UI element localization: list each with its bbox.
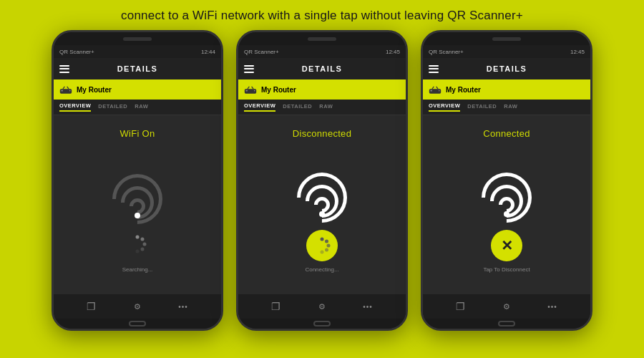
svg-point-5 xyxy=(136,235,140,238)
hamburger-icon-3[interactable] xyxy=(429,65,439,73)
hamburger-icon-1[interactable] xyxy=(59,65,69,73)
svg-line-14 xyxy=(252,87,253,89)
tab-overview-3[interactable]: OVERVIEW xyxy=(429,102,460,112)
svg-line-13 xyxy=(248,87,249,89)
app-name-2: QR Scanner+ xyxy=(244,49,279,55)
phone-speaker-1 xyxy=(123,37,152,41)
svg-line-23 xyxy=(432,87,434,89)
connecting-btn-2[interactable] xyxy=(306,230,338,261)
status-bar-3: QR Scanner+ 12:45 xyxy=(423,45,590,58)
svg-point-18 xyxy=(325,248,328,251)
nav-copy-icon-1[interactable]: ❐ xyxy=(87,301,96,312)
phone-screen-2: QR Scanner+ 12:45 DETAILS My Router xyxy=(238,45,406,319)
content-area-1: WiFi On Search xyxy=(54,115,221,294)
search-spinner-btn-1[interactable] xyxy=(122,228,153,260)
router-row-2: My Router xyxy=(238,79,406,100)
nav-rabbit-icon-3[interactable]: ⚙ xyxy=(503,302,510,311)
svg-point-12 xyxy=(254,90,255,92)
status-label-3: Connected xyxy=(423,128,590,139)
headline: connect to a WiFi network with a single … xyxy=(121,0,523,30)
phone-speaker-2 xyxy=(308,37,336,41)
tap-disconnect-label-3: Tap To Disconnect xyxy=(423,266,590,273)
x-icon-3: ✕ xyxy=(501,238,513,253)
nav-more-icon-3[interactable]: ••• xyxy=(547,303,557,311)
phone-top-bar-1 xyxy=(54,32,221,45)
tab-raw-1[interactable]: RAW xyxy=(135,103,148,111)
router-name-3: My Router xyxy=(446,86,481,94)
router-name-2: My Router xyxy=(261,86,296,94)
svg-point-2 xyxy=(69,90,71,92)
phone-screen-1: QR Scanner+ 12:44 DETAILS My Router xyxy=(54,45,221,319)
connecting-label-2: Connecting... xyxy=(238,266,406,273)
phone-bottom-bar-3 xyxy=(423,319,590,329)
home-button-1[interactable] xyxy=(129,321,146,326)
router-icon-3 xyxy=(429,84,441,95)
wifi-arcs-2 xyxy=(290,170,354,217)
tab-detailed-3[interactable]: DETAILED xyxy=(467,103,497,111)
router-icon-2 xyxy=(244,84,257,95)
phone-connected: QR Scanner+ 12:45 DETAILS My Router xyxy=(421,30,592,331)
svg-point-16 xyxy=(325,239,328,243)
svg-rect-1 xyxy=(61,90,62,92)
phone-bottom-bar-1 xyxy=(54,319,221,329)
tab-overview-1[interactable]: OVERVIEW xyxy=(59,102,91,112)
status-label-1: WiFi On xyxy=(54,128,221,139)
app-name-3: QR Scanner+ xyxy=(429,49,464,55)
wifi-arcs-3 xyxy=(474,170,539,217)
nav-rabbit-icon-2[interactable]: ⚙ xyxy=(318,302,326,311)
phone-disconnected: QR Scanner+ 12:45 DETAILS My Router xyxy=(236,30,408,331)
status-bar-1: QR Scanner+ 12:44 xyxy=(54,45,221,58)
router-name-1: My Router xyxy=(77,86,112,94)
phone-wifi-on: QR Scanner+ 12:44 DETAILS My Router xyxy=(52,30,223,331)
content-area-2: Disconnected Connecting.. xyxy=(238,115,406,294)
time-3: 12:45 xyxy=(570,49,585,55)
home-button-3[interactable] xyxy=(498,321,515,326)
svg-point-8 xyxy=(141,247,145,251)
svg-rect-11 xyxy=(245,90,247,92)
phone-speaker-3 xyxy=(492,37,521,41)
tab-raw-3[interactable]: RAW xyxy=(504,103,517,111)
searching-label-1: Searching... xyxy=(54,266,221,273)
svg-line-3 xyxy=(63,87,64,89)
nav-copy-icon-2[interactable]: ❐ xyxy=(271,301,280,312)
wifi-arcs-1 xyxy=(105,172,170,218)
phones-row: QR Scanner+ 12:44 DETAILS My Router xyxy=(52,30,592,331)
status-label-2: Disconnected xyxy=(238,128,406,139)
header-title-3: DETAILS xyxy=(487,64,527,73)
nav-rabbit-icon-1[interactable]: ⚙ xyxy=(134,302,141,311)
nav-more-icon-2[interactable]: ••• xyxy=(363,303,373,311)
app-header-1: DETAILS xyxy=(54,58,221,79)
status-bar-2: QR Scanner+ 12:45 xyxy=(238,45,406,58)
phone-bottom-bar-2 xyxy=(238,319,406,329)
app-header-2: DETAILS xyxy=(238,58,406,79)
spinner-svg-1 xyxy=(127,233,148,255)
tabs-row-3: OVERVIEW DETAILED RAW xyxy=(423,100,590,115)
tab-overview-2[interactable]: OVERVIEW xyxy=(244,102,275,112)
svg-line-4 xyxy=(67,87,69,89)
router-icon-1 xyxy=(59,84,72,95)
svg-rect-21 xyxy=(430,90,431,92)
content-area-3: Connected ✕ Tap To Disconnect xyxy=(423,115,590,294)
tab-detailed-2[interactable]: DETAILED xyxy=(283,103,312,111)
phone-top-bar-3 xyxy=(423,32,590,45)
bottom-nav-2: ❐ ⚙ ••• xyxy=(238,294,406,319)
tab-raw-2[interactable]: RAW xyxy=(319,103,333,111)
disconnect-btn-3[interactable]: ✕ xyxy=(491,230,522,261)
hamburger-icon-2[interactable] xyxy=(244,65,254,73)
nav-copy-icon-3[interactable]: ❐ xyxy=(456,301,465,312)
bottom-nav-3: ❐ ⚙ ••• xyxy=(423,294,590,319)
router-row-3: My Router xyxy=(423,79,590,100)
bottom-nav-1: ❐ ⚙ ••• xyxy=(54,294,221,319)
app-header-3: DETAILS xyxy=(423,58,590,79)
time-1: 12:44 xyxy=(201,49,215,55)
header-title-2: DETAILS xyxy=(302,64,343,73)
connecting-spinner-2 xyxy=(313,237,331,254)
wifi-dot-1 xyxy=(135,213,140,218)
home-button-2[interactable] xyxy=(313,321,331,326)
router-row-1: My Router xyxy=(54,79,221,100)
app-name-1: QR Scanner+ xyxy=(59,49,94,55)
wifi-dot-3 xyxy=(504,211,509,217)
tab-detailed-1[interactable]: DETAILED xyxy=(98,103,127,111)
svg-point-6 xyxy=(141,237,145,241)
nav-more-icon-1[interactable]: ••• xyxy=(178,303,188,311)
